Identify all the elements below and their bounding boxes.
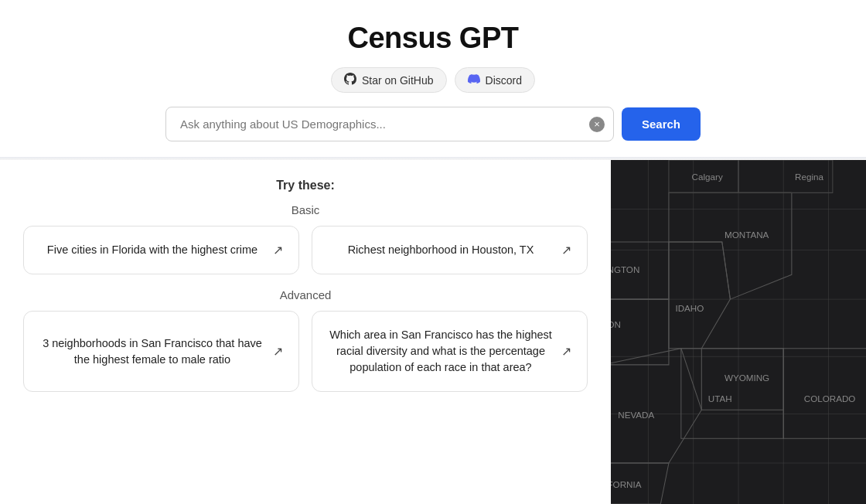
badge-row: Star on GitHub Discord — [0, 67, 866, 93]
svg-text:Regina: Regina — [795, 172, 823, 182]
svg-text:WYOMING: WYOMING — [725, 373, 769, 383]
github-badge[interactable]: Star on GitHub — [331, 67, 447, 93]
search-row: × Search — [0, 107, 866, 141]
map-panel: Calgary Regina NGTON MONTANA IDAHO WYOMI… — [611, 160, 866, 504]
advanced-card-1-arrow: ↗ — [273, 344, 283, 359]
basic-card-2-text: Richest neighborhood in Houston, TX — [328, 242, 561, 258]
discord-badge[interactable]: Discord — [455, 67, 535, 93]
github-label: Star on GitHub — [362, 74, 434, 87]
svg-text:Calgary: Calgary — [692, 172, 723, 182]
basic-cards-row: Five cities in Florida with the highest … — [23, 226, 588, 274]
svg-text:IDAHO: IDAHO — [675, 303, 704, 313]
svg-text:NEVADA: NEVADA — [618, 410, 654, 420]
basic-section-label: Basic — [23, 203, 588, 216]
basic-card-1[interactable]: Five cities in Florida with the highest … — [23, 226, 299, 274]
search-button[interactable]: Search — [622, 107, 701, 141]
svg-text:UTAH: UTAH — [708, 393, 732, 404]
basic-card-1-text: Five cities in Florida with the highest … — [39, 242, 273, 258]
svg-text:ON: ON — [611, 319, 621, 329]
advanced-card-2-text: Which area in San Francisco has the high… — [328, 327, 561, 376]
svg-text:COLORADO: COLORADO — [804, 393, 856, 404]
github-icon — [344, 73, 356, 87]
svg-text:FORNIA: FORNIA — [611, 479, 642, 489]
left-panel: Try these: Basic Five cities in Florida … — [0, 160, 611, 504]
app-title: Census GPT — [0, 22, 866, 55]
search-input[interactable] — [165, 107, 614, 141]
basic-card-2[interactable]: Richest neighborhood in Houston, TX ↗ — [312, 226, 588, 274]
advanced-card-2[interactable]: Which area in San Francisco has the high… — [312, 311, 588, 392]
search-input-wrap: × — [165, 107, 614, 141]
clear-button[interactable]: × — [589, 117, 605, 132]
advanced-card-2-arrow: ↗ — [561, 344, 571, 359]
discord-label: Discord — [486, 74, 522, 87]
header: Census GPT Star on GitHub Discord × — [0, 0, 866, 157]
discord-icon — [468, 73, 480, 87]
svg-text:MONTANA: MONTANA — [725, 230, 769, 240]
svg-text:NGTON: NGTON — [611, 264, 639, 274]
basic-card-2-arrow: ↗ — [561, 243, 571, 257]
advanced-card-1[interactable]: 3 neighborhoods in San Francisco that ha… — [23, 311, 299, 392]
advanced-section-label: Advanced — [23, 288, 588, 301]
try-these-label: Try these: — [23, 179, 588, 192]
main-content: Try these: Basic Five cities in Florida … — [0, 160, 866, 504]
map-svg: Calgary Regina NGTON MONTANA IDAHO WYOMI… — [611, 160, 866, 504]
advanced-card-1-text: 3 neighborhoods in San Francisco that ha… — [39, 335, 273, 368]
basic-card-1-arrow: ↗ — [273, 243, 283, 257]
advanced-cards-row: 3 neighborhoods in San Francisco that ha… — [23, 311, 588, 392]
